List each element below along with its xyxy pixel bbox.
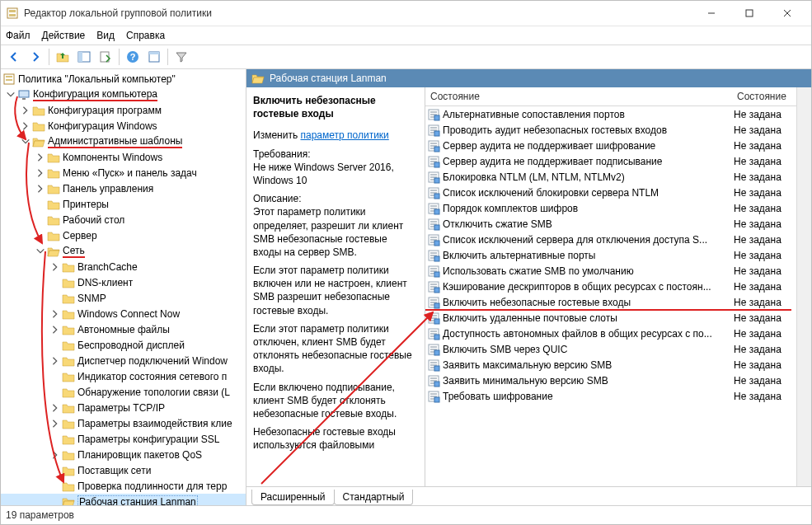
twisty-icon[interactable] bbox=[49, 403, 62, 413]
tree-item[interactable]: Параметры взаимодействия клие bbox=[1, 415, 246, 431]
tree-item[interactable]: Проверка подлинности для терр bbox=[1, 478, 246, 494]
twisty-icon[interactable] bbox=[49, 325, 62, 335]
forward-button[interactable] bbox=[26, 47, 45, 67]
setting-row[interactable]: Включить альтернативные портыНе задана bbox=[425, 247, 796, 263]
setting-row[interactable]: Отключить сжатие SMBНе задана bbox=[425, 216, 796, 232]
setting-row[interactable]: Включить удаленные почтовые слотыНе зада… bbox=[425, 310, 796, 326]
tree-label: Параметры TCP/IP bbox=[77, 402, 165, 414]
tree-network[interactable]: Сеть bbox=[1, 243, 246, 259]
setting-row[interactable]: Список исключений блокировки сервера NTL… bbox=[425, 185, 796, 200]
tree-software-config[interactable]: Конфигурация программ bbox=[1, 102, 246, 118]
tree-printers[interactable]: Принтеры bbox=[1, 196, 246, 212]
help-button[interactable]: ? bbox=[123, 47, 143, 67]
setting-state: Не задана bbox=[729, 265, 796, 277]
export-button[interactable] bbox=[96, 47, 115, 67]
tree-desktop[interactable]: Рабочий стол bbox=[1, 212, 246, 227]
folder-icon bbox=[47, 229, 60, 242]
setting-title: Включить небезопасные гостевые входы bbox=[253, 94, 418, 120]
tree-item[interactable]: Параметры TCP/IP bbox=[1, 400, 246, 415]
column-state[interactable]: Состояние bbox=[732, 91, 796, 102]
setting-row[interactable]: Заявить минимальную версию SMBНе задана bbox=[425, 373, 796, 388]
setting-row[interactable]: Сервер аудита не поддерживает подписыван… bbox=[425, 153, 796, 169]
tree-item[interactable]: Автономные файлы bbox=[1, 321, 246, 337]
column-name[interactable]: Состояние bbox=[425, 91, 732, 102]
tree-item[interactable]: Беспроводной дисплей bbox=[1, 337, 246, 353]
maximize-button[interactable] bbox=[730, 1, 768, 26]
twisty-icon[interactable] bbox=[19, 105, 32, 115]
minimize-button[interactable] bbox=[692, 1, 730, 26]
show-hide-tree-button[interactable] bbox=[74, 47, 94, 67]
menu-view[interactable]: Вид bbox=[96, 30, 115, 41]
tree-pane[interactable]: Политика "Локальный компьютер" Конфигура… bbox=[1, 69, 246, 505]
tree-item[interactable]: DNS-клиент bbox=[1, 274, 246, 290]
tree-windows-config[interactable]: Конфигурация Windows bbox=[1, 118, 246, 134]
twisty-icon[interactable] bbox=[34, 246, 47, 256]
setting-row[interactable]: Включить небезопасные гостевые входыНе з… bbox=[425, 294, 796, 310]
twisty-icon[interactable] bbox=[34, 152, 47, 162]
twisty-icon[interactable] bbox=[49, 419, 62, 429]
tree-start-menu[interactable]: Меню «Пуск» и панель задач bbox=[1, 165, 246, 180]
back-button[interactable] bbox=[4, 47, 24, 67]
description-pane: Включить небезопасные гостевые входы Изм… bbox=[246, 87, 425, 486]
tree-label: Параметры взаимодействия клие bbox=[77, 418, 232, 429]
tree-item[interactable]: BranchCache bbox=[1, 259, 246, 274]
twisty-icon[interactable] bbox=[19, 137, 32, 147]
setting-row[interactable]: Кэширование дескрипторов в общих ресурса… bbox=[425, 279, 796, 294]
twisty-icon[interactable] bbox=[49, 309, 62, 319]
setting-row[interactable]: Сервер аудита не поддерживает шифрование… bbox=[425, 138, 796, 153]
setting-row[interactable]: Использовать сжатие SMB по умолчаниюНе з… bbox=[425, 263, 796, 279]
tree-server[interactable]: Сервер bbox=[1, 227, 246, 243]
folder-open-icon bbox=[32, 135, 45, 148]
tree-admin-templates[interactable]: Административные шаблоны bbox=[1, 134, 246, 149]
folder-icon bbox=[62, 354, 75, 368]
twisty-icon[interactable] bbox=[49, 356, 62, 366]
setting-row[interactable]: Требовать шифрованиеНе задана bbox=[425, 388, 796, 404]
setting-row[interactable]: Список исключений сервера для отключения… bbox=[425, 232, 796, 247]
requirements-label: Требования: bbox=[253, 148, 311, 160]
svg-rect-21 bbox=[6, 79, 12, 81]
tree-item[interactable]: Диспетчер подключений Window bbox=[1, 353, 246, 368]
twisty-icon[interactable] bbox=[49, 262, 62, 272]
tree-item[interactable]: Параметры конфигурации SSL bbox=[1, 431, 246, 447]
tree-lanman-workstation[interactable]: Рабочая станция Lanman bbox=[1, 494, 246, 505]
setting-row[interactable]: Блокировка NTLM (LM, NTLM, NTLMv2)Не зад… bbox=[425, 169, 796, 185]
tab-extended[interactable]: Расширенный bbox=[251, 490, 335, 505]
computer-icon bbox=[17, 88, 31, 101]
filter-button[interactable] bbox=[171, 47, 191, 67]
setting-row[interactable]: Проводить аудит небезопасных гостевых вх… bbox=[425, 122, 796, 138]
svg-rect-9 bbox=[746, 10, 753, 16]
setting-row[interactable]: Заявить максимальную версию SMBНе задана bbox=[425, 357, 796, 373]
tree-label: Меню «Пуск» и панель задач bbox=[63, 167, 197, 179]
setting-row[interactable]: Альтернативные сопоставления портовНе за… bbox=[425, 106, 796, 122]
setting-icon bbox=[427, 139, 440, 152]
scrollbar[interactable] bbox=[796, 87, 811, 486]
tree-control-panel[interactable]: Панель управления bbox=[1, 180, 246, 196]
up-button[interactable] bbox=[53, 47, 73, 67]
setting-row[interactable]: Доступность автономных файлов в общих ре… bbox=[425, 326, 796, 341]
setting-row[interactable]: Порядок комплектов шифровНе задана bbox=[425, 200, 796, 216]
tree-windows-components[interactable]: Компоненты Windows bbox=[1, 149, 246, 165]
twisty-icon[interactable] bbox=[34, 184, 47, 194]
tree-root[interactable]: Политика "Локальный компьютер" bbox=[1, 71, 246, 87]
menu-action[interactable]: Действие bbox=[42, 30, 86, 41]
menu-file[interactable]: Файл bbox=[6, 30, 31, 41]
twisty-icon[interactable] bbox=[4, 90, 17, 100]
twisty-icon[interactable] bbox=[19, 121, 32, 131]
properties-button[interactable] bbox=[144, 47, 164, 67]
close-button[interactable] bbox=[768, 1, 806, 26]
tree-item[interactable]: Обнаружение топологии связи (L bbox=[1, 384, 246, 400]
menu-help[interactable]: Справка bbox=[126, 30, 165, 41]
edit-policy-link[interactable]: параметр политики bbox=[300, 129, 388, 141]
twisty-icon[interactable] bbox=[49, 450, 62, 460]
tree-item[interactable]: Windows Connect Now bbox=[1, 306, 246, 321]
tree-item[interactable]: Поставщик сети bbox=[1, 462, 246, 478]
setting-icon bbox=[427, 233, 440, 246]
tab-standard[interactable]: Стандартный bbox=[334, 490, 414, 505]
tree-item[interactable]: Планировщик пакетов QoS bbox=[1, 447, 246, 462]
tree-item[interactable]: Индикатор состояния сетевого п bbox=[1, 368, 246, 384]
twisty-icon[interactable] bbox=[34, 168, 47, 178]
tree-computer-config[interactable]: Конфигурация компьютера bbox=[1, 87, 246, 102]
tree-item[interactable]: SNMP bbox=[1, 290, 246, 306]
setting-row[interactable]: Включить SMB через QUICНе задана bbox=[425, 341, 796, 357]
setting-name: Кэширование дескрипторов в общих ресурса… bbox=[443, 281, 711, 293]
